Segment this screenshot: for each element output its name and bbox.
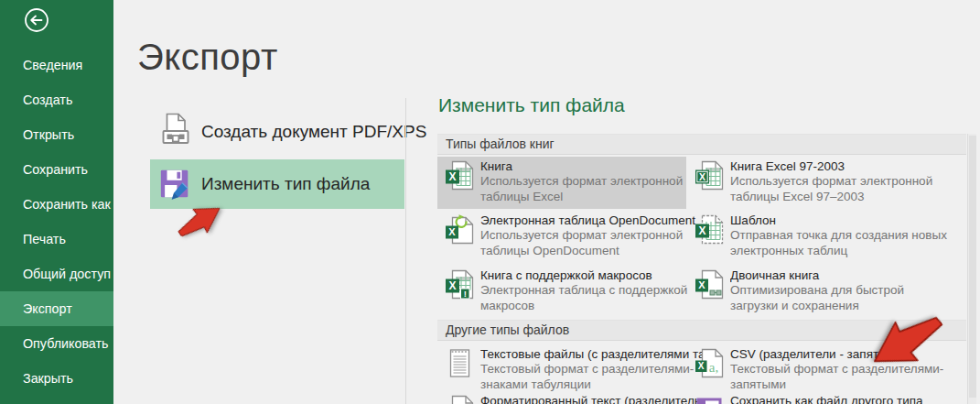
filetype-workbook[interactable]: X Книга Используется формат электронной …: [437, 157, 686, 209]
section-other-file-types: Другие типы файлов: [437, 320, 966, 341]
pdf-xps-document-icon: [158, 113, 193, 149]
change-file-type-option[interactable]: Изменить тип файла: [150, 159, 404, 209]
svg-text:X: X: [448, 279, 456, 292]
backstage-sidebar: Сведения Создать Открыть Сохранить Сохра…: [0, 0, 113, 404]
create-pdf-xps-label: Создать документ PDF/XPS: [201, 122, 426, 142]
filetype-title: Двоичная книга: [730, 268, 953, 283]
filetype-title: Текстовые файлы (с разделителями та...: [480, 347, 704, 362]
sidebar-item-share[interactable]: Общий доступ: [0, 257, 113, 291]
sidebar-item-save[interactable]: Сохранить: [0, 152, 113, 187]
filetype-title: Книга: [480, 159, 704, 174]
svg-text:X: X: [448, 170, 456, 183]
back-button[interactable]: [24, 7, 49, 33]
create-pdf-xps-option[interactable]: Создать документ PDF/XPS: [150, 106, 404, 158]
save-other-type-icon: [695, 395, 725, 404]
filetype-desc: Используется формат электронной таблицы …: [480, 174, 700, 204]
opendocument-spreadsheet-icon: X: [445, 214, 475, 245]
filetype-template[interactable]: X Шаблон Отправная точка для создания но…: [687, 211, 936, 263]
filetype-desc: Используется формат электронной таблицы …: [730, 174, 950, 204]
filetype-title: Шаблон: [730, 213, 953, 228]
sidebar-item-close[interactable]: Закрыть: [0, 361, 113, 396]
filetype-title: Форматированный текст (разделитель...: [480, 394, 704, 404]
save-as-floppy-pencil-icon: [158, 168, 193, 202]
svg-text:X: X: [698, 279, 705, 290]
filetype-binary-workbook[interactable]: X Двоичная книга Оптимизирована для быст…: [687, 266, 936, 318]
sidebar-item-save-as[interactable]: Сохранить как: [0, 187, 113, 222]
filetype-title: Книга с поддержкой макросов: [480, 268, 704, 283]
filetype-macro-workbook[interactable]: X ! Книга с поддержкой макросов Электрон…: [437, 266, 686, 318]
filetype-title: CSV (разделители - запятые): [730, 347, 953, 362]
section-header: Типы файлов книг: [437, 135, 966, 154]
filetype-desc: Используется формат электронной таблицы …: [480, 228, 700, 258]
filetype-title: Книга Excel 97-2003: [730, 159, 953, 174]
panel-heading: Изменить тип файла: [438, 94, 625, 116]
filetype-title: Электронная таблица OpenDocument: [480, 213, 704, 228]
macro-workbook-icon: X !: [445, 269, 475, 300]
filetype-desc: Оптимизирована для быстрой загрузки и со…: [730, 283, 950, 313]
svg-text:!: !: [464, 289, 467, 299]
section-header: Другие типы файлов: [437, 321, 966, 340]
excel-97-2003-icon: X: [695, 160, 725, 191]
sidebar-item-open[interactable]: Открыть: [0, 117, 113, 152]
filetype-save-other[interactable]: Сохранить как файл другого типа: [687, 391, 936, 404]
sidebar-item-print[interactable]: Печать: [0, 222, 113, 257]
filetype-text-files[interactable]: Текстовые файлы (с разделителями та... Т…: [437, 344, 686, 397]
text-file-icon: [445, 348, 475, 378]
sidebar-item-info[interactable]: Сведения: [0, 48, 113, 82]
filetype-desc: Отправная точка для создания новых элект…: [730, 228, 950, 258]
svg-text:a,: a,: [709, 360, 718, 375]
filetype-title: Сохранить как файл другого типа: [730, 394, 953, 404]
excel-workbook-icon: X: [445, 160, 475, 191]
svg-text:X: X: [699, 171, 705, 182]
excel-template-icon: X: [695, 214, 725, 245]
panel-divider: [405, 98, 406, 404]
backstage-nav: Сведения Создать Открыть Сохранить Сохра…: [0, 48, 113, 396]
sidebar-item-publish[interactable]: Опубликовать: [0, 326, 113, 361]
svg-text:X: X: [448, 226, 456, 237]
section-workbook-file-types: Типы файлов книг: [437, 134, 966, 155]
filetype-csv[interactable]: X a, CSV (разделители - запятые) Текстов…: [687, 344, 936, 397]
filetype-excel-97-2003[interactable]: X Книга Excel 97-2003 Используется форма…: [687, 157, 936, 209]
sidebar-item-export[interactable]: Экспорт: [0, 291, 113, 326]
svg-text:X: X: [698, 361, 705, 371]
formatted-text-icon: [445, 395, 475, 404]
csv-file-icon: X a,: [695, 348, 725, 378]
svg-text:X: X: [698, 224, 705, 237]
binary-workbook-icon: X: [695, 269, 725, 300]
excel-backstage-export: Сведения Создать Открыть Сохранить Сохра…: [0, 0, 980, 404]
filetype-desc: Текстовый формат с разделителями-запятым…: [730, 362, 950, 392]
panel-scrollbar[interactable]: [967, 134, 976, 404]
filetype-desc: Электронная таблица с поддержкой макросо…: [480, 283, 700, 313]
page-title: Экспорт: [137, 37, 278, 78]
filetype-opendocument[interactable]: X Электронная таблица OpenDocument Испол…: [437, 211, 686, 263]
filetype-formatted-text[interactable]: Форматированный текст (разделитель...: [437, 391, 686, 404]
back-arrow-icon: [24, 7, 49, 33]
change-file-type-label: Изменить тип файла: [201, 174, 370, 194]
sidebar-item-new[interactable]: Создать: [0, 82, 113, 117]
scrollbar-thumb[interactable]: [969, 136, 976, 398]
filetype-desc: Текстовый формат с разделителями-знаками…: [480, 362, 700, 392]
